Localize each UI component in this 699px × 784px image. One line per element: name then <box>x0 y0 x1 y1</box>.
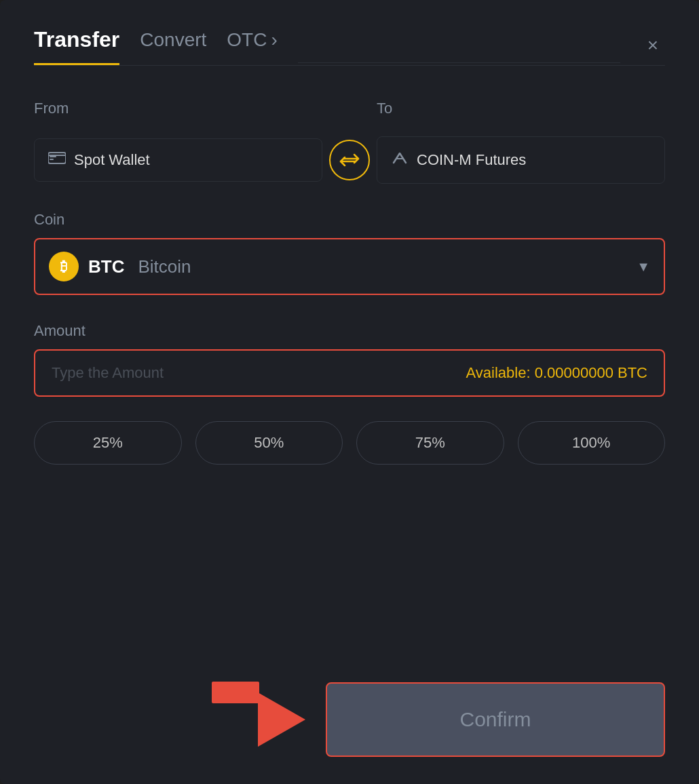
to-wallet-box[interactable]: COIN-M Futures <box>377 136 665 184</box>
svg-rect-0 <box>48 153 66 163</box>
pct-50-button[interactable]: 50% <box>195 421 343 465</box>
svg-text:₿: ₿ <box>60 259 67 274</box>
close-button[interactable]: × <box>641 33 665 58</box>
amount-placeholder[interactable]: Type the Amount <box>52 364 466 382</box>
from-to-section: Spot Wallet <box>34 136 665 184</box>
bottom-area: Confirm <box>34 669 665 757</box>
amount-available: Available: 0.00000000 BTC <box>466 364 647 382</box>
transfer-modal: Transfer Convert OTC › × From To <box>0 0 699 784</box>
arrow-head <box>258 692 305 747</box>
btc-icon: ₿ <box>49 252 79 281</box>
amount-box: Type the Amount Available: 0.00000000 BT… <box>34 349 665 397</box>
pct-100-button[interactable]: 100% <box>518 421 666 465</box>
swap-col <box>322 140 377 180</box>
swap-label-col <box>322 100 377 127</box>
header-divider <box>298 62 620 63</box>
futures-icon <box>391 149 409 171</box>
from-wallet-box[interactable]: Spot Wallet <box>34 138 322 182</box>
confirm-button[interactable]: Confirm <box>326 682 665 757</box>
coin-selector[interactable]: ₿ BTC Bitcoin ▼ <box>34 238 665 295</box>
pct-25-button[interactable]: 25% <box>34 421 182 465</box>
wallet-icon <box>48 151 66 169</box>
header: Transfer Convert OTC › × <box>34 27 665 65</box>
tab-convert[interactable]: Convert <box>140 29 206 64</box>
from-wallet-name: Spot Wallet <box>74 151 150 169</box>
to-label: To <box>377 100 665 117</box>
from-to-labels: From To <box>34 100 665 127</box>
arrow-shaft <box>212 682 259 703</box>
coin-label: Coin <box>34 211 665 229</box>
from-to-row: Spot Wallet <box>34 136 665 184</box>
arrow-indicator <box>258 692 305 747</box>
from-label-col: From <box>34 100 322 127</box>
header-divider-line <box>34 65 665 66</box>
to-label-col: To <box>377 100 665 127</box>
amount-section: Amount Type the Amount Available: 0.0000… <box>34 322 665 397</box>
from-label: From <box>34 100 322 117</box>
available-value: 0.00000000 BTC <box>535 364 647 381</box>
from-col: Spot Wallet <box>34 138 322 182</box>
to-wallet-name: COIN-M Futures <box>417 151 526 169</box>
coin-chevron-icon: ▼ <box>637 259 650 275</box>
tab-otc[interactable]: OTC › <box>227 29 277 64</box>
to-col: COIN-M Futures <box>377 136 665 184</box>
percentage-row: 25% 50% 75% 100% <box>34 421 665 465</box>
svg-rect-1 <box>50 156 56 157</box>
tab-transfer[interactable]: Transfer <box>34 27 119 65</box>
amount-label: Amount <box>34 322 665 340</box>
swap-button[interactable] <box>329 140 370 180</box>
arrow-area <box>34 692 326 747</box>
coin-name: Bitcoin <box>138 256 191 277</box>
coin-symbol: BTC <box>88 256 124 277</box>
svg-rect-2 <box>50 159 54 160</box>
pct-75-button[interactable]: 75% <box>356 421 504 465</box>
coin-section: Coin ₿ BTC Bitcoin ▼ <box>34 211 665 295</box>
